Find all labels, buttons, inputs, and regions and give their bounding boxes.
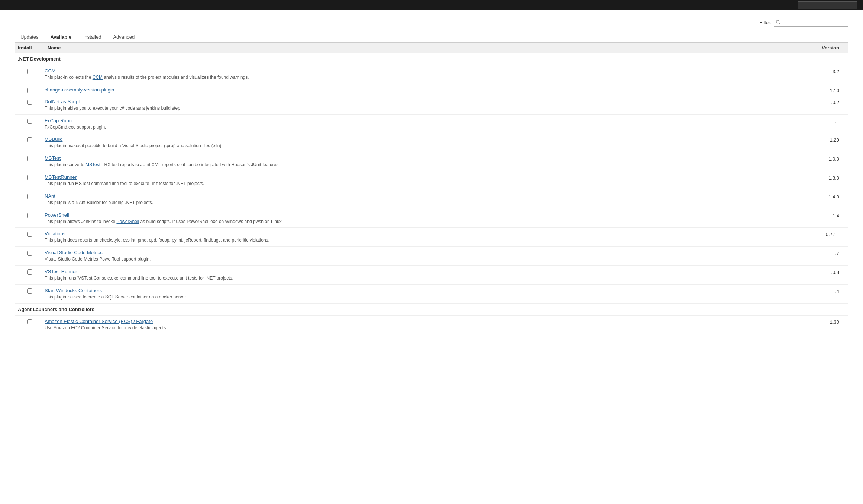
plugin-name-link[interactable]: change-assembly-version-plugin: [45, 87, 114, 93]
plugin-description: This plugin is used to create a SQL Serv…: [45, 294, 801, 300]
plugin-install-checkbox[interactable]: [27, 232, 32, 237]
plugin-checkbox-cell: [15, 135, 45, 142]
table-row: Amazon Elastic Container Service (ECS) /…: [15, 316, 848, 335]
plugin-name-link[interactable]: Violations: [45, 231, 65, 236]
table-row: MSBuild This plugin makes it possible to…: [15, 133, 848, 152]
plugin-version: 1.7: [804, 248, 848, 256]
plugin-description: This plugin converts MSTest TRX test rep…: [45, 162, 801, 168]
plugin-description: This plugin does reports on checkstyle, …: [45, 237, 801, 243]
plugin-description: This plugin allows Jenkins to invoke Pow…: [45, 219, 801, 225]
svg-line-1: [779, 23, 780, 25]
plugin-info: FxCop Runner FxCopCmd.exe support plugin…: [45, 116, 804, 132]
plugin-name-link[interactable]: PowerShell: [45, 212, 69, 218]
plugin-name-link[interactable]: Start Windocks Containers: [45, 288, 102, 293]
plugin-install-checkbox[interactable]: [27, 156, 32, 161]
plugin-checkbox-cell: [15, 211, 45, 218]
plugin-install-checkbox[interactable]: [27, 119, 32, 124]
plugin-info: PowerShell This plugin allows Jenkins to…: [45, 211, 804, 226]
plugin-name-link[interactable]: CCM: [45, 68, 56, 74]
plugin-name-link[interactable]: MSTestRunner: [45, 174, 77, 180]
plugin-info: change-assembly-version-plugin: [45, 85, 804, 94]
plugin-name-link[interactable]: NAnt: [45, 193, 55, 199]
section-dotnet: .NET Development: [15, 53, 848, 65]
plugin-info: Amazon Elastic Container Service (ECS) /…: [45, 317, 804, 333]
plugin-version: 1.4.3: [804, 192, 848, 200]
plugin-name-link[interactable]: VSTest Runner: [45, 269, 77, 274]
plugin-name-link[interactable]: MSBuild: [45, 136, 62, 142]
plugin-name-link[interactable]: Visual Studio Code Metrics: [45, 250, 103, 255]
plugin-description: This plugin ables you to execute your c#…: [45, 105, 801, 112]
plugin-name-link[interactable]: MSTest: [45, 155, 61, 161]
section-agent-launchers: Agent Launchers and Controllers: [15, 304, 848, 316]
table-header: Install Name Version: [15, 42, 848, 53]
top-search-input[interactable]: [798, 1, 857, 9]
col-install: Install: [15, 45, 45, 51]
plugin-desc-link[interactable]: MSTest: [85, 162, 100, 167]
plugin-checkbox-cell: [15, 116, 45, 124]
plugin-name-link[interactable]: FxCop Runner: [45, 118, 76, 123]
table-row: PowerShell This plugin allows Jenkins to…: [15, 209, 848, 228]
plugin-version: 1.0.2: [804, 97, 848, 105]
plugin-version: 3.2: [804, 67, 848, 74]
plugin-version: 0.7.11: [804, 229, 848, 237]
filter-label: Filter:: [760, 20, 772, 25]
plugin-info: Start Windocks Containers This plugin is…: [45, 286, 804, 302]
plugin-version: 1.30: [804, 317, 848, 325]
plugin-description: This plugin is a NAnt Builder for buildi…: [45, 200, 801, 206]
plugin-checkbox-cell: [15, 173, 45, 180]
plugin-version: 1.0.0: [804, 154, 848, 162]
plugin-version: 1.4: [804, 286, 848, 294]
plugin-version: 1.29: [804, 135, 848, 143]
plugin-checkbox-cell: [15, 67, 45, 74]
plugin-install-checkbox[interactable]: [27, 251, 32, 256]
filter-input-wrap: [774, 18, 848, 27]
plugin-description: This plugin makes it possible to build a…: [45, 143, 801, 149]
search-icon: [776, 20, 781, 25]
plugin-install-checkbox[interactable]: [27, 288, 32, 294]
plugin-description: Use Amazon EC2 Container Service to prov…: [45, 325, 801, 331]
plugin-checkbox-cell: [15, 248, 45, 256]
col-version: Version: [804, 45, 848, 51]
plugin-install-checkbox[interactable]: [27, 137, 32, 142]
plugin-info: CCM This plug-in collects the CCM analys…: [45, 67, 804, 82]
tab-updates[interactable]: Updates: [15, 32, 44, 42]
plugin-install-checkbox[interactable]: [27, 319, 32, 324]
plugin-info: NAnt This plugin is a NAnt Builder for b…: [45, 192, 804, 207]
plugin-install-checkbox[interactable]: [27, 213, 32, 218]
top-bar: [0, 0, 863, 10]
plugin-info: Violations This plugin does reports on c…: [45, 229, 804, 245]
table-row: FxCop Runner FxCopCmd.exe support plugin…: [15, 115, 848, 134]
plugin-name-link[interactable]: DotNet as Script: [45, 99, 80, 104]
tabs: Updates Available Installed Advanced: [15, 31, 848, 42]
tab-installed[interactable]: Installed: [78, 32, 107, 42]
table-row: CCM This plug-in collects the CCM analys…: [15, 65, 848, 84]
plugin-name-link[interactable]: Amazon Elastic Container Service (ECS) /…: [45, 319, 153, 324]
plugin-install-checkbox[interactable]: [27, 69, 32, 74]
plugin-info: Visual Studio Code Metrics Visual Studio…: [45, 248, 804, 264]
plugin-checkbox-cell: [15, 286, 45, 294]
plugin-version: 1.0.8: [804, 267, 848, 275]
plugin-checkbox-cell: [15, 229, 45, 237]
plugin-version: 1.1: [804, 116, 848, 124]
plugin-checkbox-cell: [15, 97, 45, 105]
plugin-info: MSTest This plugin converts MSTest TRX t…: [45, 154, 804, 169]
tab-advanced[interactable]: Advanced: [107, 32, 140, 42]
plugin-info: MSTestRunner This plugin run MSTest comm…: [45, 173, 804, 188]
tab-available[interactable]: Available: [45, 32, 77, 42]
plugin-checkbox-cell: [15, 192, 45, 199]
plugin-info: DotNet as Script This plugin ables you t…: [45, 97, 804, 113]
plugin-install-checkbox[interactable]: [27, 88, 32, 93]
plugin-desc-link[interactable]: PowerShell: [116, 219, 139, 224]
plugin-install-checkbox[interactable]: [27, 175, 32, 180]
table-row: DotNet as Script This plugin ables you t…: [15, 96, 848, 115]
plugin-install-checkbox[interactable]: [27, 100, 32, 105]
svg-point-0: [776, 20, 779, 23]
plugin-version: 1.3.0: [804, 173, 848, 181]
plugin-install-checkbox[interactable]: [27, 194, 32, 199]
plugin-install-checkbox[interactable]: [27, 269, 32, 275]
filter-input[interactable]: [781, 20, 846, 25]
plugin-info: MSBuild This plugin makes it possible to…: [45, 135, 804, 151]
plugin-description: This plug-in collects the CCM analysis r…: [45, 74, 801, 81]
plugin-desc-link[interactable]: CCM: [93, 75, 103, 80]
table-row: change-assembly-version-plugin 1.10: [15, 84, 848, 96]
